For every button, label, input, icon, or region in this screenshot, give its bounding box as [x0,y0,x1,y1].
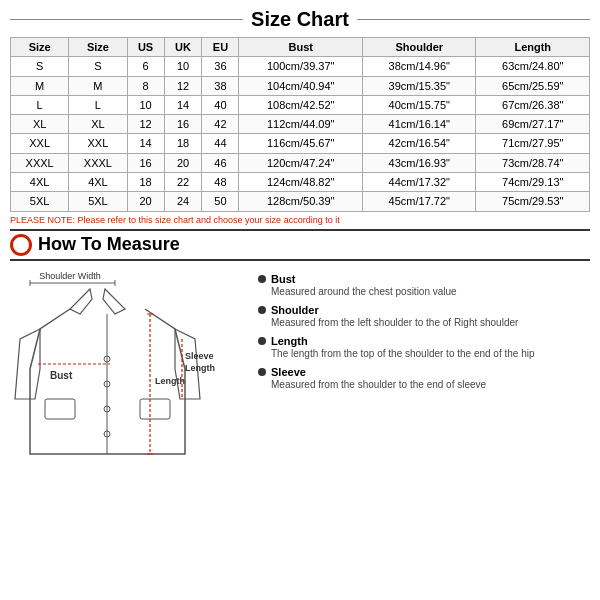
table-cell: 75cm/29.53" [476,192,590,211]
table-row: 5XL5XL202450128cm/50.39"45cm/17.72"75cm/… [11,192,590,211]
table-cell: 44cm/17.32" [363,173,476,192]
table-cell: 20 [164,153,202,172]
table-header-cell: Length [476,38,590,57]
table-cell: 100cm/39.37" [239,57,363,76]
svg-text:Shoulder Width: Shoulder Width [39,271,101,281]
measure-item-title: Length [271,335,535,347]
table-cell: 10 [127,95,164,114]
table-header-cell: US [127,38,164,57]
table-cell: 73cm/28.74" [476,153,590,172]
table-cell: 124cm/48.82" [239,173,363,192]
jacket-svg: Shoulder Width [10,269,250,489]
measure-item-content: Bust Measured around the chest position … [271,273,457,298]
table-cell: 5XL [11,192,69,211]
table-cell: XXXL [11,153,69,172]
table-cell: L [11,95,69,114]
table-cell: 38 [202,76,239,95]
table-header-cell: Size [69,38,127,57]
table-cell: 6 [127,57,164,76]
table-row: XLXL121642112cm/44.09"41cm/16.14"69cm/27… [11,115,590,134]
measure-item-desc: Measured around the chest position value [271,285,457,298]
measure-descriptions: Bust Measured around the chest position … [258,269,590,492]
svg-text:Length: Length [185,363,215,373]
measure-item-title: Sleeve [271,366,486,378]
table-cell: 41cm/16.14" [363,115,476,134]
measure-item: Length The length from the top of the sh… [258,335,590,360]
table-cell: 12 [164,76,202,95]
table-cell: 120cm/47.24" [239,153,363,172]
table-cell: 43cm/16.93" [363,153,476,172]
table-row: SS61036100cm/39.37"38cm/14.96"63cm/24.80… [11,57,590,76]
note-text: PLEASE NOTE: Please refer to this size c… [10,215,590,225]
svg-text:Sleeve: Sleeve [185,351,214,361]
table-cell: 22 [164,173,202,192]
table-cell: 65cm/25.59" [476,76,590,95]
measure-item: Bust Measured around the chest position … [258,273,590,298]
table-cell: 16 [127,153,164,172]
table-cell: 116cm/45.67" [239,134,363,153]
table-header-cell: UK [164,38,202,57]
table-cell: L [69,95,127,114]
table-header-cell: EU [202,38,239,57]
table-cell: 24 [164,192,202,211]
measure-item-title: Bust [271,273,457,285]
table-cell: 45cm/17.72" [363,192,476,211]
how-to-measure-title: How To Measure [38,234,180,255]
table-cell: 108cm/42.52" [239,95,363,114]
page-container: Size Chart SizeSizeUSUKEUBustShoulderLen… [0,0,600,600]
table-cell: 12 [127,115,164,134]
table-header-row: SizeSizeUSUKEUBustShoulderLength [11,38,590,57]
bullet-icon [258,337,266,345]
title-row: Size Chart [10,8,590,31]
measure-item-content: Length The length from the top of the sh… [271,335,535,360]
table-cell: 4XL [11,173,69,192]
measure-item-desc: The length from the top of the shoulder … [271,347,535,360]
table-cell: 16 [164,115,202,134]
measure-item-title: Shoulder [271,304,518,316]
measure-item: Shoulder Measured from the left shoulder… [258,304,590,329]
table-cell: 128cm/50.39" [239,192,363,211]
table-cell: 46 [202,153,239,172]
svg-rect-9 [45,399,75,419]
table-cell: 42cm/16.54" [363,134,476,153]
table-cell: 104cm/40.94" [239,76,363,95]
title-line-left [10,19,243,20]
page-title: Size Chart [251,8,349,31]
table-header-cell: Bust [239,38,363,57]
table-cell: S [69,57,127,76]
table-cell: 48 [202,173,239,192]
table-cell: 112cm/44.09" [239,115,363,134]
table-cell: 69cm/27.17" [476,115,590,134]
table-cell: XL [11,115,69,134]
jacket-illustration: Shoulder Width [10,269,250,492]
table-cell: 50 [202,192,239,211]
table-cell: 71cm/27.95" [476,134,590,153]
bullet-icon [258,368,266,376]
bullet-icon [258,275,266,283]
table-cell: 10 [164,57,202,76]
table-cell: 14 [164,95,202,114]
table-header-cell: Size [11,38,69,57]
table-cell: M [11,76,69,95]
table-cell: 63cm/24.80" [476,57,590,76]
table-row: LL101440108cm/42.52"40cm/15.75"67cm/26.3… [11,95,590,114]
table-cell: 39cm/15.35" [363,76,476,95]
table-cell: 14 [127,134,164,153]
table-cell: 36 [202,57,239,76]
table-row: MM81238104cm/40.94"39cm/15.35"65cm/25.59… [11,76,590,95]
table-cell: 44 [202,134,239,153]
table-cell: 8 [127,76,164,95]
table-cell: 18 [127,173,164,192]
table-cell: 18 [164,134,202,153]
table-row: 4XL4XL182248124cm/48.82"44cm/17.32"74cm/… [11,173,590,192]
table-cell: M [69,76,127,95]
table-cell: XL [69,115,127,134]
table-cell: 74cm/29.13" [476,173,590,192]
title-line-right [357,19,590,20]
table-cell: 42 [202,115,239,134]
table-cell: 5XL [69,192,127,211]
svg-text:Bust: Bust [50,370,73,381]
circle-icon [10,234,32,256]
table-cell: 40 [202,95,239,114]
svg-rect-10 [140,399,170,419]
